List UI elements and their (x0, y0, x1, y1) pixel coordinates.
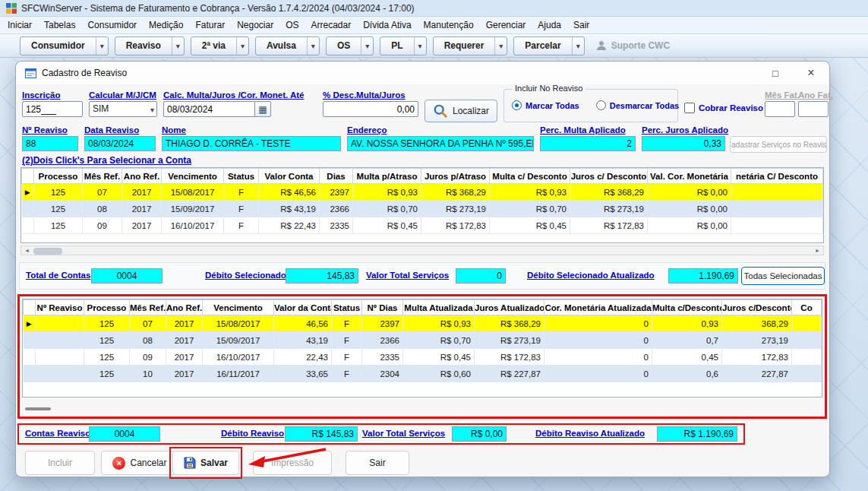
cancelar-button[interactable]: × Cancelar (101, 451, 178, 475)
column-header[interactable]: Nº Reaviso (36, 300, 84, 315)
chevron-down-icon[interactable]: ▾ (494, 37, 507, 55)
column-header[interactable]: Val. Cor. Monetária (648, 169, 731, 184)
localizar-button[interactable]: Localizar (425, 100, 497, 122)
column-header[interactable]: Co (792, 300, 822, 315)
incluir-button[interactable]: Incluir (25, 451, 95, 475)
column-header[interactable]: Ano Ref. (122, 169, 162, 184)
ano-fat-input[interactable] (798, 101, 829, 117)
column-header[interactable]: Juros c/Desconto (722, 300, 792, 315)
toolbar-button[interactable]: Consumidor ▾ (20, 36, 109, 55)
perc-multa-label: Perc. Multa Aplicado (540, 125, 636, 135)
chevron-down-icon[interactable]: ▾ (361, 37, 373, 55)
column-header[interactable]: Juros Atualizado (475, 300, 544, 315)
inscricao-label: Inscrição (22, 90, 83, 100)
column-header[interactable]: Valor da Conta (274, 300, 332, 315)
column-header[interactable]: Ano Ref. (166, 300, 203, 315)
close-button[interactable]: × (796, 62, 826, 84)
menu-item[interactable]: Arrecadar (305, 17, 358, 33)
table-row[interactable]: 12509201716/10/2017FR$ 22,432335R$ 0,45R… (22, 217, 823, 234)
menu-item[interactable]: Manutenção (418, 17, 480, 33)
impressao-button[interactable]: Impressão (253, 451, 332, 475)
scrollbar-thumb[interactable] (33, 248, 62, 255)
total-contas-label: Total de Contas (26, 271, 90, 280)
column-header[interactable]: Cor. Monetária Atualizada (544, 300, 652, 315)
toolbar-button[interactable]: 2ª via ▾ (191, 36, 249, 55)
chevron-down-icon[interactable]: ▾ (236, 37, 248, 55)
column-header[interactable]: Processo (84, 300, 130, 315)
chevron-down-icon[interactable]: ▾ (172, 37, 184, 55)
column-header[interactable]: Juros p/Atraso (421, 169, 490, 184)
column-header[interactable]: Mês Ref. (130, 300, 166, 315)
menu-item[interactable]: Dívida Ativa (357, 17, 417, 33)
calendar-icon[interactable]: ▦ (254, 101, 271, 117)
scroll-left-icon[interactable]: ◄ (21, 246, 33, 255)
radio-desmarcar-label: Desmarcar Todas (610, 101, 680, 110)
search-icon (433, 103, 448, 119)
field-inscricao: Inscrição (22, 90, 83, 117)
salvar-button[interactable]: Salvar (172, 451, 239, 475)
column-header[interactable]: netária C/ Desconto (731, 169, 823, 184)
marker-column-header (24, 300, 36, 315)
calc-ate-date-input[interactable] (163, 101, 254, 117)
menu-item[interactable]: Faturar (189, 17, 231, 33)
column-header[interactable]: Status (224, 169, 259, 184)
table-row[interactable]: 12508201715/09/201743,19F2366R$ 0,70R$ 2… (24, 332, 822, 349)
table-row[interactable]: ▶12507201715/08/2017FR$ 46,562397R$ 0,93… (22, 184, 823, 201)
calcular-mjcm-select[interactable]: SIM ▾ (89, 101, 157, 117)
mes-fat-input[interactable] (765, 101, 795, 117)
table-row[interactable]: 12508201715/09/2017FR$ 43,192366R$ 0,70R… (22, 201, 823, 217)
cobrar-reaviso-checkbox[interactable] (684, 103, 695, 113)
toolbar-button[interactable]: Avulsa ▾ (255, 36, 320, 55)
column-header[interactable]: Nº Dias (362, 300, 403, 315)
toolbar-button[interactable]: Parcelar ▾ (513, 36, 584, 55)
menu-item[interactable]: Gerenciar (480, 17, 532, 33)
chevron-down-icon[interactable]: ▾ (572, 37, 584, 55)
menu-item[interactable]: Consumidor (81, 17, 143, 33)
menu-item[interactable]: Ajuda (532, 17, 567, 33)
toolbar-button[interactable]: PL ▾ (380, 36, 426, 55)
menu-item[interactable]: Medição (143, 17, 189, 33)
table-row[interactable]: 12509201716/10/201722,43F2335R$ 0,45R$ 1… (24, 349, 822, 366)
toolbar-button[interactable]: Reaviso ▾ (115, 36, 185, 55)
column-header[interactable]: Valor Conta (259, 169, 320, 184)
column-header[interactable]: Vencimento (203, 300, 274, 315)
radio-desmarcar-todas[interactable]: Desmarcar Todas (596, 100, 680, 110)
column-header[interactable]: Vencimento (162, 169, 224, 184)
column-header[interactable]: Dias (320, 169, 353, 184)
column-header[interactable]: Status (332, 300, 362, 315)
menu-item[interactable]: Negociar (231, 17, 279, 33)
chevron-down-icon[interactable]: ▾ (150, 103, 154, 117)
table-row[interactable]: ▶12507201715/08/201746,56F2397R$ 0,93R$ … (24, 315, 822, 332)
menu-item[interactable]: Sair (567, 17, 595, 33)
debito-reaviso-atualizado-label: Débito Reaviso Atualizado (535, 429, 645, 438)
menu-item[interactable]: Tabelas (38, 17, 81, 33)
column-header[interactable]: Mês Ref. (83, 169, 122, 184)
toolbar-button[interactable]: OS ▾ (326, 36, 374, 55)
accounts-h-scrollbar[interactable]: ◄ ► (21, 246, 824, 255)
toolbar-button[interactable]: Requerer ▾ (433, 36, 508, 55)
todas-selecionadas-button[interactable]: Todas Selecionadas (741, 267, 825, 285)
column-header[interactable]: Multa c/Desconto (652, 300, 722, 315)
column-header[interactable]: Multa p/Atraso (353, 169, 421, 184)
sair-button[interactable]: Sair (346, 451, 409, 475)
chevron-down-icon[interactable]: ▾ (96, 37, 108, 55)
table-row[interactable]: 12510201716/11/201733,65F2304R$ 0,60R$ 2… (24, 366, 822, 382)
dialog-titlebar[interactable]: Cadastro de Reaviso □ × (16, 62, 829, 84)
inscricao-input[interactable] (22, 101, 83, 117)
menu-item[interactable]: Iniciar (2, 17, 38, 33)
impressao-label: Impressão (271, 458, 314, 468)
chevron-down-icon[interactable]: ▾ (414, 37, 426, 55)
calcular-mjcm-value: SIM (93, 103, 109, 114)
column-header[interactable]: Juros c/ Desconto (570, 169, 648, 184)
menu-item[interactable]: OS (279, 17, 305, 33)
column-header[interactable]: Multa Atualizada (403, 300, 475, 315)
cadastrar-servicos-button[interactable]: Cadastrar Serviços no Reaviso (730, 136, 827, 153)
reaviso-table-scroll-thumb[interactable] (25, 407, 51, 410)
column-header[interactable]: Multa c/ Desconto (490, 169, 570, 184)
chevron-down-icon[interactable]: ▾ (307, 37, 319, 55)
desc-multa-juros-input[interactable] (323, 101, 418, 117)
radio-marcar-todas[interactable]: Marcar Todas (512, 100, 579, 110)
maximize-button[interactable]: □ (760, 62, 791, 84)
scroll-right-icon[interactable]: ► (812, 246, 823, 255)
column-header[interactable]: Processo (34, 169, 83, 184)
